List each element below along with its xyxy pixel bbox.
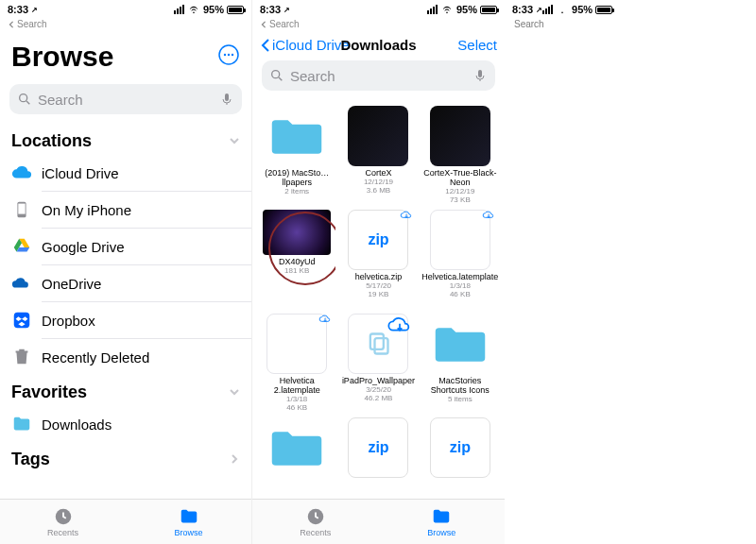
svg-rect-13 (478, 70, 482, 77)
chevron-down-icon (229, 384, 240, 401)
svg-point-11 (272, 71, 280, 78)
cloud-icon (11, 162, 32, 183)
file-name: MacStories Shortcuts Icons (421, 377, 499, 396)
file-item[interactable]: ziphelvetica.zip5/17/2019 KB (339, 208, 417, 310)
status-bar: 8:33↗ 95% (505, 0, 520, 19)
favorite-downloads[interactable]: Downloads (0, 406, 251, 442)
cloud-download-icon (482, 209, 495, 224)
downloads-pane: 8:33↗ 95% Search iCloud Drive Downloads … (252, 0, 505, 544)
location-on-my-iphone[interactable]: On My iPhone (0, 192, 251, 228)
file-name: (2019) MacSto…llpapers (258, 169, 335, 188)
signal-icon (174, 5, 184, 14)
svg-rect-6 (225, 94, 229, 101)
mic-icon[interactable] (219, 92, 234, 107)
svg-line-5 (26, 101, 29, 104)
select-button[interactable]: Select (457, 37, 497, 53)
svg-rect-14 (370, 334, 384, 349)
wifi-icon (556, 5, 569, 14)
file-item[interactable]: CorteX12/12/193.6 MB (339, 104, 417, 206)
location-recently-deleted[interactable]: Recently Deleted (0, 339, 251, 375)
onedrive-icon (11, 273, 32, 294)
status-bar: 8:33↗ 95% (0, 0, 251, 19)
signal-icon (542, 5, 553, 14)
back-to-search[interactable]: Search (0, 19, 251, 33)
file-item[interactable]: MacStories Shortcuts Icons5 items (421, 312, 499, 414)
file-item[interactable]: DX40yUd181 KB (258, 208, 335, 310)
back-button[interactable]: iCloud Drive (260, 37, 350, 53)
file-name: Helvetica 2.latemplate (258, 377, 335, 396)
signal-icon (427, 5, 438, 14)
tab-recents[interactable]: Recents (0, 500, 126, 544)
tags-header[interactable]: Tags (0, 442, 251, 473)
search-input[interactable]: Search (9, 84, 242, 114)
cloud-download-icon (400, 209, 413, 226)
svg-point-2 (228, 54, 230, 56)
browse-pane: 8:33↗ 95% Search Browse Search Locations… (0, 0, 252, 544)
tab-bar: Recents Browse (0, 499, 251, 544)
tab-bar: Recents Browse (252, 499, 505, 544)
locations-header[interactable]: Locations (0, 124, 251, 155)
svg-point-1 (224, 54, 226, 56)
status-bar: 8:33↗ 95% (252, 0, 505, 19)
file-item[interactable]: iPadPro_Wallpaper3/25/2046.2 MB (339, 312, 417, 414)
back-to-search[interactable]: Search (252, 19, 505, 33)
tab-recents[interactable]: Recents (252, 500, 379, 544)
svg-point-3 (232, 54, 233, 56)
battery-icon (227, 6, 244, 14)
battery-pct: 95% (203, 4, 224, 15)
file-item[interactable]: Helvetica 2.latemplate1/3/1846 KB (258, 312, 335, 414)
wifi-icon (187, 5, 200, 14)
svg-point-4 (20, 94, 27, 102)
chevron-right-icon (229, 451, 240, 468)
tab-browse[interactable]: Browse (126, 500, 251, 544)
search-input[interactable]: Search (262, 60, 495, 91)
battery-icon (595, 6, 612, 14)
location-icloud-drive[interactable]: iCloud Drive (0, 155, 251, 191)
file-item[interactable]: (2019) MacSto…llpapers2 items (258, 104, 335, 206)
more-options-button[interactable] (217, 41, 240, 73)
google-drive-icon (11, 236, 32, 257)
battery-icon (480, 6, 497, 14)
cloud-download-icon (387, 313, 413, 341)
file-item[interactable]: Helvetica.latemplate1/3/1846 KB (421, 208, 499, 310)
tab-browse[interactable]: Browse (379, 500, 506, 544)
location-onedrive[interactable]: OneDrive (0, 265, 251, 301)
folder-icon (11, 414, 32, 434)
mic-icon[interactable] (472, 68, 488, 83)
phone-icon (11, 199, 32, 220)
location-google-drive[interactable]: Google Drive (0, 229, 251, 264)
svg-line-12 (279, 77, 282, 80)
search-icon (269, 68, 284, 83)
chevron-down-icon (229, 133, 240, 150)
svg-rect-8 (18, 204, 25, 214)
file-name: CorteX-True-Black-Neon (421, 169, 499, 188)
wifi-icon (440, 5, 454, 14)
cloud-download-icon (318, 313, 332, 328)
status-time: 8:33 (8, 4, 28, 15)
search-icon (17, 92, 32, 107)
page-title: Browse (11, 41, 113, 73)
favorites-header[interactable]: Favorites (0, 375, 251, 406)
dropbox-icon (11, 310, 32, 331)
file-item[interactable]: CorteX-True-Black-Neon12/12/1973 KB (421, 104, 499, 206)
location-dropbox[interactable]: Dropbox (0, 302, 251, 338)
trash-icon (11, 347, 32, 367)
